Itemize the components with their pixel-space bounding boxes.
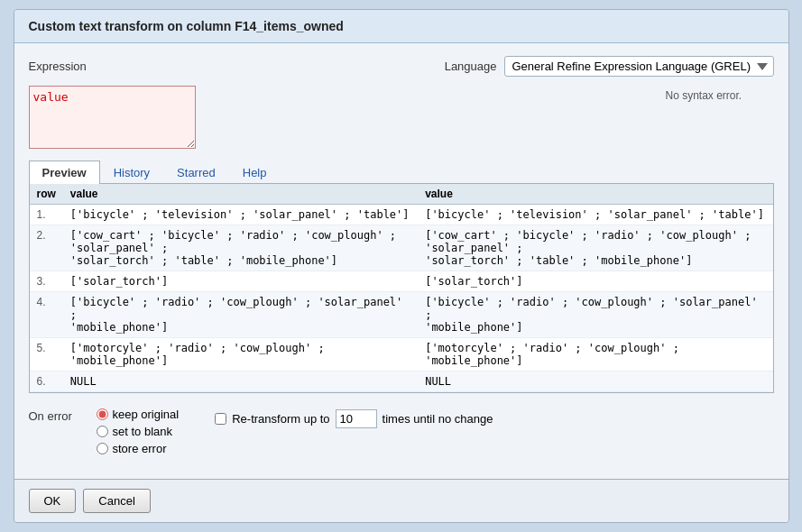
cell-input-value: NULL [63,371,418,392]
cell-output-value: NULL [418,371,772,392]
on-error-row: On error keep original set to blank stor… [29,402,774,461]
cell-row-num: 5. [30,338,63,371]
cell-input-value: ['bicycle' ; 'television' ; 'solar_panel… [63,205,418,225]
col-header-row: row [30,184,63,205]
tab-history[interactable]: History [100,161,163,184]
expression-area-row: value No syntax error. [29,86,774,151]
preview-wrapper: row value value 1.['bicycle' ; 'televisi… [29,184,774,393]
language-select[interactable]: General Refine Expression Language (GREL… [504,56,774,77]
table-row: 5.['motorcyle' ; 'radio' ; 'cow_plough' … [30,338,773,371]
dialog-body: Expression Language General Refine Expre… [14,43,788,479]
cell-row-num: 2. [30,225,63,271]
tabs-container: Preview History Starred Help row value v… [29,161,774,393]
dialog-title: Custom text transform on column F14_item… [14,10,788,43]
language-row: Language General Refine Expression Langu… [445,56,774,77]
cell-output-value: ['motorcyle' ; 'radio' ; 'cow_plough' ; … [418,338,772,371]
retransform-row: Re-transform up to times until no change [215,408,493,428]
textarea-wrapper: value [29,86,657,151]
preview-table: row value value 1.['bicycle' ; 'televisi… [30,184,773,392]
expression-textarea[interactable]: value [29,86,196,149]
language-label: Language [445,60,497,73]
retransform-suffix-label: times until no change [383,412,493,426]
cancel-button[interactable]: Cancel [83,489,150,513]
table-row: 3.['solar_torch']['solar_torch'] [30,271,773,292]
on-error-keep-original-radio[interactable] [97,408,108,420]
table-row: 6.NULLNULL [30,371,773,392]
cell-row-num: 4. [30,292,63,338]
cell-row-num: 3. [30,271,63,292]
on-error-set-blank[interactable]: set to blank [97,425,180,438]
syntax-status: No syntax error. [666,86,774,102]
cell-output-value: ['solar_torch'] [418,271,772,292]
retransform-checkbox[interactable] [215,413,226,425]
expression-label: Expression [29,60,87,73]
tab-help[interactable]: Help [229,161,281,184]
on-error-set-blank-label: set to blank [113,425,173,438]
retransform-prefix-label: Re-transform up to [232,412,329,426]
col-header-value-in: value [63,184,418,205]
cell-input-value: ['cow_cart' ; 'bicycle' ; 'radio' ; 'cow… [63,225,418,271]
cell-output-value: ['cow_cart' ; 'bicycle' ; 'radio' ; 'cow… [418,225,772,271]
on-error-keep-original[interactable]: keep original [97,408,180,421]
preview-panel: row value value 1.['bicycle' ; 'televisi… [29,184,774,393]
on-error-store-error-radio[interactable] [97,443,108,454]
cell-row-num: 6. [30,371,63,392]
on-error-keep-original-label: keep original [113,408,180,421]
tab-starred[interactable]: Starred [163,161,229,184]
expression-row: Expression Language General Refine Expre… [29,56,774,77]
tabs-bar: Preview History Starred Help [29,161,774,184]
cell-input-value: ['solar_torch'] [63,271,418,292]
tab-preview[interactable]: Preview [29,161,100,184]
dialog-footer: OK Cancel [14,479,788,522]
on-error-store-error[interactable]: store error [97,442,180,455]
on-error-store-error-label: store error [113,442,167,455]
cell-row-num: 1. [30,205,63,225]
cell-input-value: ['motorcyle' ; 'radio' ; 'cow_plough' ; … [63,338,418,371]
on-error-label: On error [29,408,78,423]
on-error-radio-group: keep original set to blank store error [97,408,180,455]
table-row: 4.['bicycle' ; 'radio' ; 'cow_plough' ; … [30,292,773,338]
ok-button[interactable]: OK [29,489,77,513]
cell-input-value: ['bicycle' ; 'radio' ; 'cow_plough' ; 's… [63,292,418,338]
col-header-value-out: value [418,184,772,205]
table-row: 1.['bicycle' ; 'television' ; 'solar_pan… [30,205,773,225]
table-row: 2.['cow_cart' ; 'bicycle' ; 'radio' ; 'c… [30,225,773,271]
cell-output-value: ['bicycle' ; 'radio' ; 'cow_plough' ; 's… [418,292,772,338]
retransform-input[interactable] [336,409,377,428]
custom-transform-dialog: Custom text transform on column F14_item… [14,9,789,523]
cell-output-value: ['bicycle' ; 'television' ; 'solar_panel… [418,205,772,225]
on-error-set-blank-radio[interactable] [97,426,108,437]
